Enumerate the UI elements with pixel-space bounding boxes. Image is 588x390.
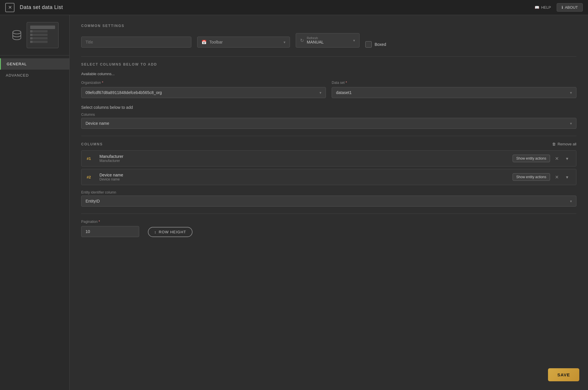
dataset-value: dataset1 — [336, 90, 352, 95]
remove-all-label: Remove all — [558, 142, 576, 146]
refresh-values: Refresh MANUAL — [307, 36, 324, 44]
columns-select-header: Select columns below to add — [81, 105, 576, 110]
columns-value: Device name — [86, 121, 109, 126]
about-label: ABOUT — [565, 5, 578, 10]
svg-rect-6 — [30, 37, 48, 39]
columns-header: COLUMNS 🗑 Remove all — [81, 142, 576, 146]
org-field: Organization * 09efcdf67d8a8911848defceb… — [81, 81, 326, 98]
columns-select-row: Select columns below to add Columns Devi… — [81, 105, 576, 129]
show-entity-button-1[interactable]: Show entity actions — [513, 155, 550, 162]
col-info-2: Device name Device name — [99, 173, 513, 181]
boxed-label: Boxed — [375, 42, 386, 47]
col-expand-button-1[interactable]: ▾ — [563, 155, 571, 162]
org-select[interactable]: 09efcdf67d8a8911848defceb4b565c8_org ▾ — [81, 87, 326, 98]
refresh-field-group: ↻ Refresh MANUAL ▾ — [296, 33, 360, 48]
widget-icon — [27, 22, 59, 48]
pagination-input[interactable] — [81, 226, 139, 237]
entity-id-select[interactable]: EntityID ▾ — [81, 196, 576, 207]
col-actions-1: Show entity actions ✕ ▾ — [513, 155, 571, 162]
entity-id-value: EntityID — [86, 199, 100, 203]
main-content: COMMON SETTINGS 📅 Toolbar ▾ ↻ — [70, 15, 588, 390]
refresh-chevron: ▾ — [353, 38, 355, 43]
toolbar-select[interactable]: 📅 Toolbar ▾ — [197, 37, 290, 48]
org-dataset-row: Organization * 09efcdf67d8a8911848defceb… — [81, 81, 576, 98]
column-row-2: #2 Device name Device name Show entity a… — [81, 169, 576, 185]
close-icon: ✕ — [8, 5, 12, 10]
column-row-1: #1 Manufacturer Manufacturer Show entity… — [81, 150, 576, 167]
pagination-label: Pagination — [81, 220, 98, 224]
dataset-field: Data set * dataset1 ▾ — [332, 81, 576, 98]
pagination-field: Pagination * — [81, 220, 139, 237]
columns-select[interactable]: Device name ▾ — [81, 118, 576, 129]
help-icon: 📖 — [535, 5, 539, 10]
title-input[interactable] — [81, 37, 191, 48]
col-remove-icon-1: ✕ — [555, 156, 559, 161]
svg-rect-1 — [30, 26, 55, 29]
col-expand-icon-2: ▾ — [566, 174, 568, 180]
svg-rect-7 — [30, 37, 32, 39]
columns-sub-label: Columns — [81, 113, 576, 117]
col-actions-2: Show entity actions ✕ ▾ — [513, 173, 571, 181]
sidebar-item-general[interactable]: GENERAL — [0, 58, 69, 70]
row-height-label: ROW HEIGHT — [159, 230, 186, 234]
columns-chevron: ▾ — [570, 121, 572, 126]
col-expand-icon-1: ▾ — [566, 156, 568, 161]
about-icon: ℹ — [562, 5, 563, 10]
entity-id-row: Entity identifier column EntityID ▾ — [81, 190, 576, 207]
svg-rect-2 — [30, 30, 48, 32]
select-columns-title: SELECT COLUMNS BELOW TO ADD — [81, 62, 576, 66]
separator-2 — [81, 136, 576, 136]
page-title: Data set data List — [20, 4, 63, 10]
toolbar-chevron: ▾ — [284, 40, 286, 44]
refresh-select[interactable]: ↻ Refresh MANUAL ▾ — [296, 33, 360, 48]
svg-rect-3 — [30, 30, 32, 32]
save-button[interactable]: SAVE — [548, 368, 579, 381]
common-settings-title: COMMON SETTINGS — [81, 24, 576, 28]
columns-section: COLUMNS 🗑 Remove all #1 Manufacturer Man… — [81, 142, 576, 185]
calendar-icon: 📅 — [202, 40, 206, 44]
svg-rect-8 — [30, 41, 48, 43]
refresh-value-text: MANUAL — [307, 40, 324, 44]
dataset-required-star: * — [346, 81, 347, 85]
widget-preview — [0, 15, 69, 55]
col-info-1: Manufacturer Manufacturer — [99, 154, 513, 163]
col-sub-1: Manufacturer — [99, 159, 513, 163]
col-remove-button-1[interactable]: ✕ — [553, 155, 560, 162]
refresh-icon: ↻ — [300, 38, 304, 43]
layout-body: GENERAL ADVANCED COMMON SETTINGS 📅 Toolb… — [0, 15, 588, 390]
sidebar-nav: GENERAL ADVANCED — [0, 55, 69, 81]
row-height-button[interactable]: ↕ ROW HEIGHT — [148, 227, 193, 237]
common-settings-row: 📅 Toolbar ▾ ↻ Refresh MANUAL ▾ — [81, 33, 576, 48]
toolbar-field-group: 📅 Toolbar ▾ — [197, 37, 290, 48]
top-bar: ✕ Data set data List 📖 HELP ℹ ABOUT — [0, 0, 588, 15]
left-panel: GENERAL ADVANCED — [0, 15, 70, 390]
col-sub-2: Device name — [99, 177, 513, 181]
col-index-1: #1 — [87, 156, 95, 161]
show-entity-button-2[interactable]: Show entity actions — [513, 173, 550, 181]
col-remove-button-2[interactable]: ✕ — [553, 173, 560, 181]
db-icon — [11, 29, 23, 41]
pagination-required-star: * — [99, 220, 100, 224]
remove-all-button[interactable]: 🗑 Remove all — [552, 142, 576, 146]
pagination-row: Pagination * ↕ ROW HEIGHT — [81, 220, 576, 237]
col-expand-button-2[interactable]: ▾ — [563, 173, 571, 181]
title-field-group — [81, 37, 191, 48]
toolbar-value: Toolbar — [209, 40, 223, 44]
boxed-checkbox[interactable] — [365, 41, 372, 48]
help-label: HELP — [541, 5, 551, 10]
about-button[interactable]: ℹ ABOUT — [557, 3, 583, 12]
org-chevron: ▾ — [320, 91, 322, 95]
sidebar-item-advanced-label: ADVANCED — [6, 73, 29, 77]
widget-preview-svg — [30, 25, 56, 45]
org-label: Organization — [81, 81, 101, 85]
columns-section-title: COLUMNS — [81, 142, 103, 146]
sidebar-item-advanced[interactable]: ADVANCED — [0, 70, 69, 81]
col-remove-icon-2: ✕ — [555, 174, 559, 180]
row-height-icon: ↕ — [154, 230, 157, 234]
col-name-2: Device name — [99, 173, 513, 177]
svg-rect-9 — [30, 41, 32, 43]
dataset-select[interactable]: dataset1 ▾ — [332, 87, 576, 98]
help-button[interactable]: 📖 HELP — [535, 5, 551, 10]
close-button[interactable]: ✕ — [5, 3, 14, 12]
save-label: SAVE — [557, 372, 570, 377]
